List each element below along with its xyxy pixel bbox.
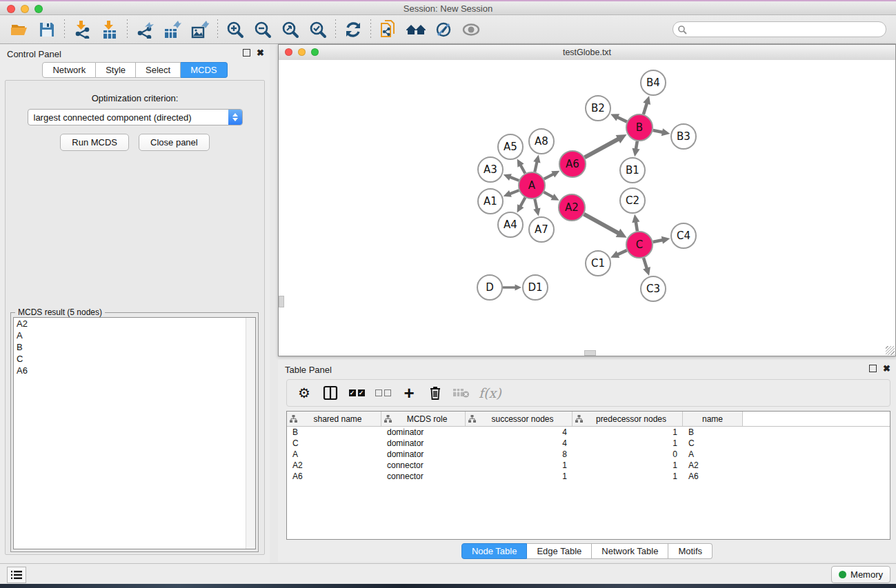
mcds-result-item[interactable]: C <box>14 353 255 365</box>
close-panel-icon[interactable]: ✖ <box>257 49 264 57</box>
network-file-button[interactable] <box>375 18 402 41</box>
hide-annotations-button[interactable] <box>430 18 457 41</box>
search-input[interactable] <box>687 24 882 35</box>
network-window-titlebar[interactable]: testGlobe.txt <box>279 45 895 61</box>
memory-button[interactable]: Memory <box>831 566 890 583</box>
show-hide-panel-button[interactable] <box>457 18 485 41</box>
criterion-dropdown[interactable]: largest connected component (directed) <box>28 109 243 125</box>
float-panel-icon[interactable] <box>243 49 250 57</box>
tab-edge-table[interactable]: Edge Table <box>527 543 592 559</box>
tab-mcds[interactable]: MCDS <box>181 62 227 78</box>
network-canvas[interactable]: B4B2BB3A8A5A6A3B1AC2A1A2A4A7C4CC1DD1C3 <box>279 60 895 356</box>
table-cell[interactable]: 4 <box>466 438 573 448</box>
select-all-columns-button[interactable]: ✓✓ <box>345 383 368 403</box>
mcds-result-item[interactable]: B <box>14 341 255 353</box>
graph-edge-A-A6[interactable] <box>544 174 554 179</box>
zoom-fit-button[interactable] <box>277 18 304 41</box>
tab-network[interactable]: Network <box>42 62 96 78</box>
graph-edge-B-B4[interactable] <box>644 103 647 114</box>
run-mcds-button[interactable]: Run MCDS <box>60 134 129 151</box>
table-row[interactable]: A6connector11A6 <box>287 471 890 482</box>
canvas-vscroll-thumb[interactable] <box>279 296 284 307</box>
tab-node-table[interactable]: Node Table <box>461 543 528 559</box>
float-table-panel-icon[interactable] <box>869 365 877 372</box>
graph-edge-A-A8[interactable] <box>535 161 537 172</box>
table-cell[interactable]: 4 <box>466 427 573 437</box>
graph-edge-B-B2[interactable] <box>617 117 626 122</box>
tab-motifs[interactable]: Motifs <box>668 543 713 559</box>
network-graph[interactable]: B4B2BB3A8A5A6A3B1AC2A1A2A4A7C4CC1DD1C3 <box>279 60 895 356</box>
mcds-result-item[interactable]: A <box>14 330 255 341</box>
delete-table-button[interactable] <box>450 383 473 403</box>
open-session-button[interactable] <box>6 18 33 41</box>
table-cell[interactable]: 1 <box>573 472 683 481</box>
graph-edge-A-A5[interactable] <box>520 165 525 174</box>
graph-edge-A-A1[interactable] <box>510 190 519 194</box>
table-cell[interactable]: 0 <box>573 449 683 459</box>
graph-edge-A2-C[interactable] <box>584 214 619 234</box>
column-header-MCDS-role[interactable]: MCDS role <box>381 412 466 426</box>
zoom-selected-button[interactable] <box>304 18 332 41</box>
graph-edge-C-C4[interactable] <box>653 240 664 242</box>
window-resize-grip[interactable] <box>886 346 895 355</box>
deselect-all-columns-button[interactable] <box>371 383 395 403</box>
table-cell[interactable]: A6 <box>287 472 381 481</box>
table-cell[interactable]: B <box>287 427 381 437</box>
table-cell[interactable]: connector <box>381 472 466 481</box>
table-cell[interactable]: 1 <box>573 427 683 437</box>
canvas-hscroll-thumb[interactable] <box>584 350 596 356</box>
table-cell[interactable]: dominator <box>381 438 466 448</box>
table-cell[interactable]: connector <box>381 460 466 470</box>
table-row[interactable]: A2connector11A2 <box>287 460 890 471</box>
export-table-button[interactable] <box>159 18 186 41</box>
mcds-result-item[interactable]: A2 <box>14 318 255 330</box>
graph-edge-A-A2[interactable] <box>544 192 554 198</box>
table-row[interactable]: Cdominator41C <box>287 438 890 449</box>
graph-edge-A-A3[interactable] <box>510 177 519 181</box>
graph-edge-C-C2[interactable] <box>636 221 637 231</box>
table-cell[interactable]: dominator <box>381 449 466 459</box>
table-cell[interactable]: 8 <box>466 449 573 459</box>
table-cell[interactable]: 1 <box>466 460 573 470</box>
graph-edge-C-C1[interactable] <box>617 250 627 254</box>
zoom-in-button[interactable] <box>221 18 249 41</box>
delete-column-button[interactable] <box>424 383 447 403</box>
table-cell[interactable]: C <box>683 438 743 448</box>
import-table-button[interactable] <box>96 18 123 41</box>
table-cell[interactable]: 1 <box>573 438 683 448</box>
close-panel-button[interactable]: Close panel <box>139 134 210 151</box>
graph-edge-A-A4[interactable] <box>520 198 525 207</box>
graph-edge-C-C3[interactable] <box>644 258 647 269</box>
import-network-button[interactable] <box>68 18 96 41</box>
task-history-button[interactable] <box>7 567 26 583</box>
column-header-predecessor-nodes[interactable]: predecessor nodes <box>573 412 683 426</box>
graph-edge-B-B1[interactable] <box>636 141 637 150</box>
result-scrollbar[interactable] <box>246 318 255 549</box>
table-cell[interactable]: C <box>287 438 381 448</box>
tab-network-table[interactable]: Network Table <box>592 543 668 559</box>
mcds-result-list[interactable]: A2ABCA6 <box>13 317 256 549</box>
add-column-button[interactable]: + <box>397 383 421 403</box>
home-button[interactable] <box>402 18 430 41</box>
table-cell[interactable]: A <box>683 449 743 459</box>
node-table[interactable]: shared nameMCDS rolesuccessor nodesprede… <box>286 411 890 540</box>
table-cell[interactable]: A6 <box>683 472 743 481</box>
function-builder-button[interactable]: f(x) <box>479 385 501 401</box>
close-table-panel-icon[interactable]: ✖ <box>883 365 890 372</box>
table-settings-button[interactable]: ⚙ <box>292 383 316 403</box>
graph-edge-A6-B[interactable] <box>585 139 619 157</box>
column-header-successor-nodes[interactable]: successor nodes <box>466 412 573 426</box>
table-cell[interactable]: A2 <box>287 460 381 470</box>
tab-select[interactable]: Select <box>136 62 181 78</box>
column-header-shared-name[interactable]: shared name <box>287 412 381 426</box>
table-cell[interactable]: dominator <box>381 427 466 437</box>
zoom-out-button[interactable] <box>249 18 277 41</box>
table-cell[interactable]: 1 <box>573 460 683 470</box>
tab-style[interactable]: Style <box>96 62 136 78</box>
table-cell[interactable]: A2 <box>683 460 743 470</box>
table-cell[interactable]: A <box>287 449 381 459</box>
graph-edge-B-B3[interactable] <box>653 130 664 132</box>
export-network-button[interactable] <box>131 18 159 41</box>
search-field[interactable] <box>673 21 886 37</box>
graph-edge-A-A7[interactable] <box>535 199 537 210</box>
